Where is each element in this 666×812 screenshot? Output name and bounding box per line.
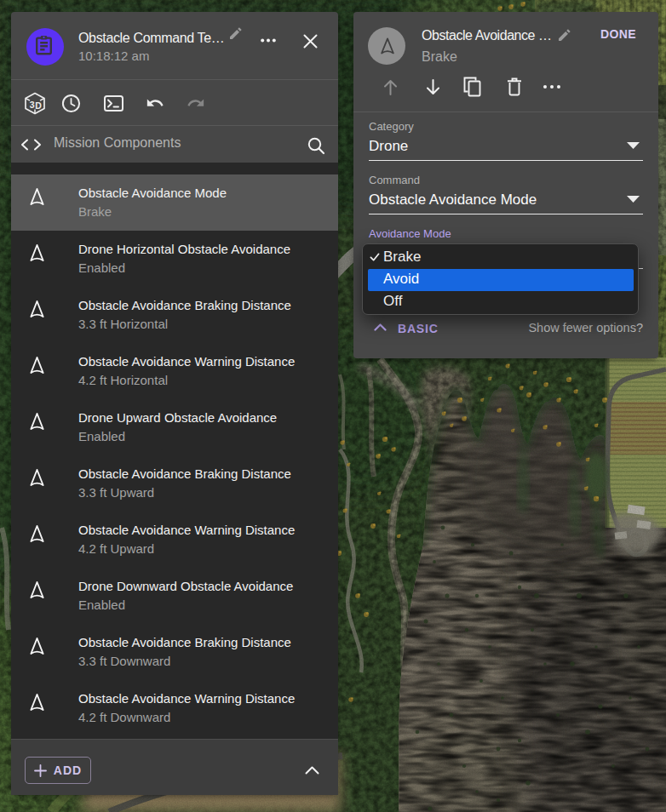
svg-text:3: 3 <box>30 100 35 110</box>
svg-text:D: D <box>35 100 42 111</box>
